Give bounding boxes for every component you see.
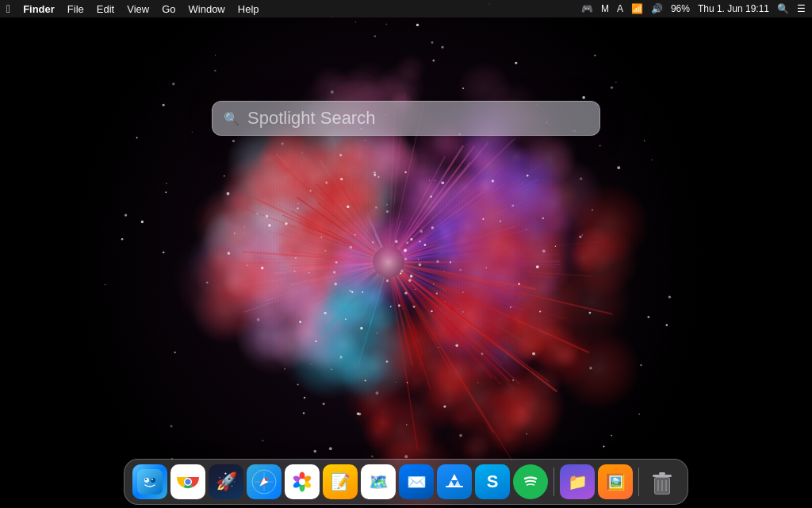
dock-icon-files[interactable]: 📁 <box>560 464 595 499</box>
svg-point-1 <box>144 478 149 483</box>
menubar-left:  Finder File Edit View Go Window Help <box>6 2 259 15</box>
dock-icon-photos[interactable] <box>285 464 320 499</box>
menu-help[interactable]: Help <box>238 3 259 15</box>
menu-view[interactable]: View <box>127 3 149 15</box>
svg-rect-30 <box>659 472 665 475</box>
vpn-icon: A <box>617 3 623 14</box>
dock-icon-skype[interactable]: S <box>475 464 510 499</box>
menu-go[interactable]: Go <box>162 3 175 15</box>
menubar:  Finder File Edit View Go Window Help 🎮… <box>0 0 812 17</box>
svg-rect-29 <box>653 475 672 477</box>
dock-icon-preview[interactable]: 🖼️ <box>598 464 633 499</box>
spotlight-bar: 🔍 <box>212 101 600 136</box>
dock-icon-mail[interactable]: ✉️ <box>399 464 434 499</box>
menu-edit[interactable]: Edit <box>97 3 114 15</box>
dock-icon-safari[interactable] <box>247 464 282 499</box>
dock-icon-chrome[interactable] <box>170 464 205 499</box>
dock-container: 🚀 <box>124 459 688 505</box>
svg-point-21 <box>299 479 305 485</box>
menubar-right: 🎮 M A 📶 🔊 96% Thu 1. Jun 19:11 🔍 ☰ <box>581 3 806 14</box>
svg-point-8 <box>186 479 191 485</box>
menu-window[interactable]: Window <box>189 3 225 15</box>
menu-finder[interactable]: Finder <box>23 3 55 15</box>
battery-label: 96% <box>671 3 690 14</box>
spotlight-search-icon: 🔍 <box>224 111 239 126</box>
wallpaper <box>0 0 812 508</box>
svg-point-3 <box>145 479 147 480</box>
dock: 🚀 <box>124 459 688 505</box>
spotlight-input[interactable] <box>247 108 588 129</box>
dock-icon-trash[interactable] <box>645 464 680 499</box>
svg-point-2 <box>151 478 155 483</box>
dock-separator <box>553 468 554 496</box>
arcade-icon: 🎮 <box>581 3 593 14</box>
dock-separator-2 <box>638 468 639 496</box>
desktop <box>0 0 812 508</box>
spotlight-container: 🔍 <box>212 101 600 136</box>
apple-menu[interactable]:  <box>6 2 10 15</box>
mail-status-icon: M <box>601 3 609 14</box>
svg-point-4 <box>151 479 153 480</box>
dock-icon-spotify[interactable] <box>513 464 548 499</box>
dock-icon-finder[interactable] <box>132 464 167 499</box>
dock-icon-notes[interactable]: 📝 <box>323 464 358 499</box>
wifi-icon[interactable]: 📶 <box>631 3 643 14</box>
svg-rect-0 <box>137 469 163 495</box>
menu-file[interactable]: File <box>67 3 84 15</box>
datetime-label: Thu 1. Jun 19:11 <box>698 3 769 14</box>
dock-icon-launchpad[interactable]: 🚀 <box>209 464 243 499</box>
dock-icon-maps[interactable]: 🗺️ <box>361 464 396 499</box>
search-menu-icon[interactable]: 🔍 <box>777 3 789 14</box>
volume-icon[interactable]: 🔊 <box>651 3 663 14</box>
svg-point-23 <box>519 471 542 493</box>
dock-icon-appstore[interactable] <box>437 464 472 499</box>
menu-list-icon[interactable]: ☰ <box>797 3 806 14</box>
